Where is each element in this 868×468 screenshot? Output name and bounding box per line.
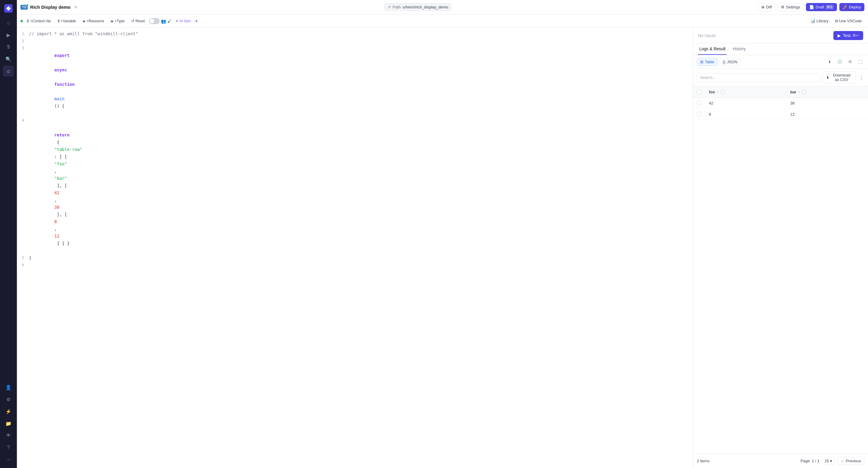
sidebar-item-settings[interactable]: ⚙ — [3, 394, 14, 405]
resource-icon: ◈ — [83, 19, 85, 23]
previous-button[interactable]: ← Previous — [837, 457, 864, 465]
code-line-5: 5 } — [17, 254, 693, 261]
draft-icon: 📄 — [809, 5, 814, 9]
sidebar-item-folders[interactable]: 📁 — [3, 418, 14, 429]
brush-icon: 🖌 — [167, 19, 172, 24]
table-view-button[interactable]: ⊞ Table — [697, 58, 718, 66]
toggle-thumb — [150, 19, 154, 24]
sidebar-item-search[interactable]: 🔍 — [3, 54, 14, 64]
download-csv-icon: ⬇ — [826, 75, 830, 80]
code-line-3: 3 export async function main () { — [17, 44, 693, 117]
page-title: Rich Display demo — [30, 4, 70, 10]
type-button[interactable]: ◈ +Type — [108, 18, 127, 25]
diff-button[interactable]: ⊕ Diff — [758, 3, 775, 11]
json-label: JSON — [727, 60, 738, 64]
row2-checkbox[interactable] — [697, 112, 702, 116]
sidebar-item-variables[interactable]: $ — [3, 41, 14, 53]
row2-checkbox-cell — [693, 109, 705, 120]
ai-gen-label: AI Gen — [180, 19, 191, 23]
variable-label: +Variable — [61, 19, 76, 23]
toggle-switch[interactable] — [149, 18, 160, 24]
variable-button[interactable]: $ +Variable — [55, 18, 79, 25]
copy-icon-button[interactable]: ⧉ — [846, 58, 854, 66]
more-options-button[interactable]: ⋮ — [858, 73, 864, 81]
header-foo: foo ↕ — [705, 87, 786, 98]
reset-label: Reset — [135, 19, 145, 23]
use-vscode-label: Use VSCode — [839, 19, 862, 23]
page-size-select[interactable]: 25 ▾ — [822, 457, 835, 465]
edit-title-icon[interactable]: ✎ — [74, 5, 78, 10]
expand-icon-button[interactable]: ⛶ — [856, 58, 864, 66]
draft-button[interactable]: 📄 Draft ⌘S — [806, 3, 837, 11]
context-var-button[interactable]: $ +Context Var — [24, 18, 54, 25]
filter-foo-icon[interactable] — [720, 90, 725, 94]
reset-icon: ↺ — [131, 19, 134, 23]
variable-icon: $ — [58, 19, 60, 23]
sidebar-item-integrations[interactable]: ⚡ — [3, 406, 14, 417]
table-label: Table — [705, 60, 714, 64]
table-container: foo ↕ bar ↕ — [693, 87, 868, 454]
code-line-6: 6 — [17, 261, 693, 269]
sidebar: ⌂ ▶ $ 🔍 ⌂ 👤 ⚙ ⚡ 📁 👁 ? → — [0, 0, 17, 468]
logo — [3, 3, 14, 14]
time-icon-button[interactable]: 🕐 — [835, 58, 844, 66]
table-body: 42 38 8 12 — [693, 98, 868, 120]
tab-history[interactable]: History — [732, 43, 747, 55]
tab-logs-result[interactable]: Logs & Result — [698, 43, 727, 55]
json-view-button[interactable]: {} JSON — [719, 58, 741, 66]
filter-bar-icon[interactable] — [802, 90, 807, 94]
sidebar-item-forward[interactable]: → — [3, 454, 14, 465]
vscode-icon: ⧉ — [835, 19, 838, 24]
ai-gen-button[interactable]: ✦ AI Gen — [173, 18, 193, 25]
data-table: foo ↕ bar ↕ — [693, 87, 868, 120]
sidebar-item-run[interactable]: ▶ — [3, 30, 14, 40]
reset-button[interactable]: ↺ Reset — [128, 18, 147, 25]
sidebar-item-user[interactable]: 👤 — [3, 382, 14, 393]
code-line-1: 1 // import * as wmill from "windmill-cl… — [17, 30, 693, 37]
test-kbd: ⌘↵ — [852, 33, 859, 38]
tabs-bar: Logs & Result History — [693, 43, 868, 55]
sort-foo-icon[interactable]: ↕ — [717, 90, 718, 94]
header-bar: bar ↕ — [786, 87, 868, 98]
type-label: +Type — [115, 19, 124, 23]
col-bar-label: bar — [790, 90, 796, 94]
sidebar-item-home[interactable]: ⌂ — [3, 66, 14, 76]
settings-button[interactable]: ⚙ Settings — [778, 3, 804, 11]
pagination: 2 items Page: 1 / 1 25 ▾ ← Previous — [693, 454, 868, 468]
diff-icon: ⊕ — [761, 5, 765, 9]
table-search-input[interactable] — [697, 73, 820, 82]
download-csv-button[interactable]: ⬇ Download as CSV — [823, 71, 856, 84]
download-icon-button[interactable]: ⬇ — [825, 58, 834, 66]
sidebar-item-help[interactable]: ? — [3, 442, 14, 453]
chevron-down-icon: ▾ — [830, 459, 832, 463]
library-label: Library — [816, 19, 829, 23]
table-header-row: foo ↕ bar ↕ — [693, 87, 868, 98]
sidebar-item-dashboard[interactable]: ⌂ — [3, 18, 14, 28]
editor-area: 1 // import * as wmill from "windmill-cl… — [17, 28, 868, 468]
library-button[interactable]: 📊 Library — [808, 17, 831, 25]
sidebar-item-audit[interactable]: 👁 — [3, 430, 14, 441]
row1-checkbox-cell — [693, 98, 705, 109]
path-container: ↗ Path u/henri/rich_display_demo — [384, 3, 452, 11]
draft-label: Draft — [815, 5, 824, 9]
use-vscode-button[interactable]: ⧉ Use VSCode — [832, 17, 864, 25]
page-info: Page: 1 / 1 — [801, 459, 819, 463]
path-value[interactable]: u/henri/rich_display_demo — [403, 5, 448, 9]
ai-gen-icon: ✦ — [176, 19, 179, 23]
code-line-4: 4 return { "table-row" : [ [ "foo" , "ba… — [17, 117, 693, 254]
code-panel[interactable]: 1 // import * as wmill from "windmill-cl… — [17, 28, 693, 468]
header-checkbox[interactable] — [697, 90, 702, 94]
resource-button[interactable]: ◈ +Resource — [80, 18, 107, 25]
path-label: Path — [393, 5, 401, 9]
play-icon: ▶ — [838, 33, 841, 38]
deploy-button[interactable]: 🚀 Deploy — [839, 3, 864, 11]
deploy-label: Deploy — [849, 5, 861, 9]
context-var-label: +Context Var — [30, 19, 51, 23]
sort-bar-icon[interactable]: ↕ — [798, 90, 800, 94]
code-line-2: 2 — [17, 37, 693, 44]
test-button[interactable]: ▶ Test ⌘↵ — [833, 31, 863, 40]
status-dot — [21, 20, 23, 22]
main-content: TS Rich Display demo ✎ ↗ Path u/henri/ri… — [17, 0, 868, 468]
search-row: ⬇ Download as CSV ⋮ — [693, 69, 868, 87]
row1-checkbox[interactable] — [697, 101, 702, 105]
